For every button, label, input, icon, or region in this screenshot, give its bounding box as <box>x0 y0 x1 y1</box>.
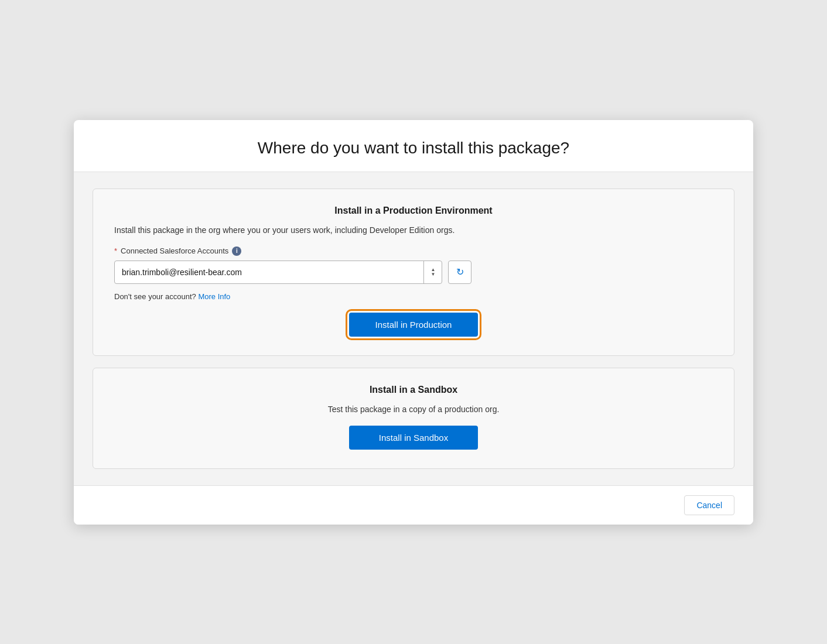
install-sandbox-button[interactable]: Install in Sandbox <box>349 426 478 450</box>
dialog-body: Install in a Production Environment Inst… <box>74 172 753 485</box>
production-section: Install in a Production Environment Inst… <box>93 189 734 356</box>
dialog-title: Where do you want to install this packag… <box>102 139 725 157</box>
refresh-button[interactable]: ↻ <box>448 261 471 284</box>
sandbox-section-description: Test this package in a copy of a product… <box>114 405 713 414</box>
more-info-row: Don't see your account? More Info <box>114 292 713 301</box>
account-select-row: brian.trimboli@resilient-bear.com ▲ ▼ ↻ <box>114 261 713 284</box>
account-field-label: * Connected Salesforce Accounts i <box>114 246 713 256</box>
install-sandbox-btn-wrapper: Install in Sandbox <box>114 426 713 450</box>
sandbox-section-title: Install in a Sandbox <box>114 385 713 395</box>
install-production-btn-wrapper: Install in Production <box>114 313 713 337</box>
info-icon[interactable]: i <box>232 246 241 256</box>
field-label-text: Connected Salesforce Accounts <box>121 246 228 255</box>
sandbox-section: Install in a Sandbox Test this package i… <box>93 368 734 469</box>
more-info-link[interactable]: More Info <box>198 292 230 301</box>
production-section-description: Install this package in the org where yo… <box>114 225 713 235</box>
dialog-header: Where do you want to install this packag… <box>74 120 753 172</box>
required-indicator: * <box>114 246 117 255</box>
refresh-icon: ↻ <box>456 266 464 278</box>
more-info-prefix: Don't see your account? <box>114 292 196 301</box>
dialog-footer: Cancel <box>74 485 753 525</box>
install-package-dialog: Where do you want to install this packag… <box>74 120 753 525</box>
account-select[interactable]: brian.trimboli@resilient-bear.com <box>114 261 442 284</box>
install-production-button[interactable]: Install in Production <box>349 313 478 337</box>
account-select-wrapper: brian.trimboli@resilient-bear.com ▲ ▼ <box>114 261 442 284</box>
cancel-button[interactable]: Cancel <box>684 495 734 515</box>
production-section-title: Install in a Production Environment <box>114 205 713 216</box>
